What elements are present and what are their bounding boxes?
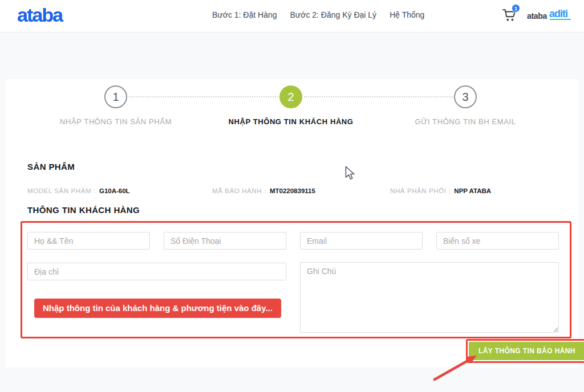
product-section-title: SẢN PHẨM [27, 162, 75, 172]
logo-cart-icon [66, 14, 76, 22]
step-1-circle[interactable]: 1 [104, 85, 127, 108]
distributor-label: NHÀ PHÂN PHỐI : [390, 187, 451, 194]
nav-item-system[interactable]: Hệ Thống [390, 10, 424, 19]
customer-name-input[interactable] [27, 232, 150, 250]
cart-button[interactable]: 1 [502, 7, 521, 26]
stepper-connector-1 [129, 96, 278, 97]
partner-brand-aditi-logo: aditi [549, 8, 567, 20]
main-nav: Bước 1: Đặt Hàng Bước 2: Đăng Ký Đại Lý … [212, 10, 424, 19]
stepper-connector-2 [304, 96, 453, 97]
license-plate-input[interactable] [436, 232, 559, 250]
nav-item-step2-register-agent[interactable]: Bước 2: Đăng Ký Đại Lý [290, 10, 377, 19]
nav-item-step1-order[interactable]: Bước 1: Đặt Hàng [212, 10, 277, 19]
warranty-code-field: MÃ BẢO HÀNH : MT0220839115 [212, 187, 315, 194]
get-warranty-info-button[interactable]: LẤY THÔNG TIN BẢO HÀNH [469, 342, 584, 360]
customer-form-annotation-box: Nhập thông tin của khách hàng & phương t… [21, 221, 571, 338]
warranty-code-value: MT0220839115 [270, 187, 315, 194]
submit-annotation-outline: LẤY THÔNG TIN BẢO HÀNH [466, 339, 584, 363]
address-input[interactable] [27, 263, 286, 280]
customer-section-title: THÔNG TIN KHÁCH HÀNG [27, 205, 140, 215]
distributor-value: NPP ATABA [454, 187, 491, 194]
note-textarea[interactable] [300, 262, 559, 333]
warranty-code-label: MÃ BẢO HÀNH : [212, 187, 266, 194]
partner-brand-ataba: ataba [527, 11, 547, 21]
step-2-circle[interactable]: 2 [279, 85, 302, 108]
aditi-logo-underline [550, 19, 571, 20]
email-input[interactable] [300, 232, 423, 250]
ataba-logo[interactable]: ataba [17, 4, 62, 26]
step-2-label: NHẬP THÔNG TIN KHÁCH HÀNG [200, 117, 382, 126]
top-navbar: ataba Bước 1: Đặt Hàng Bước 2: Đăng Ký Đ… [0, 0, 584, 32]
product-model-label: MODEL SẢN PHẨM : [27, 187, 96, 194]
step-3-circle[interactable]: 3 [454, 85, 477, 108]
distributor-field: NHÀ PHÂN PHỐI : NPP ATABA [390, 187, 491, 194]
step-1-label: NHẬP THÔNG TIN SẢN PHẨM [25, 117, 207, 126]
cart-badge: 1 [512, 4, 520, 13]
step-3-label: GỬI THÔNG TIN BH EMAIL [374, 117, 557, 126]
phone-input[interactable] [164, 232, 286, 250]
product-model-value: G10A-60L [99, 187, 130, 194]
warranty-form-card: 1 2 3 NHẬP THÔNG TIN SẢN PHẨM NHẬP THÔNG… [6, 79, 578, 368]
form-instruction-callout: Nhập thông tin của khách hàng & phương t… [34, 299, 281, 318]
product-model-field: MODEL SẢN PHẨM : G10A-60L [27, 187, 130, 194]
